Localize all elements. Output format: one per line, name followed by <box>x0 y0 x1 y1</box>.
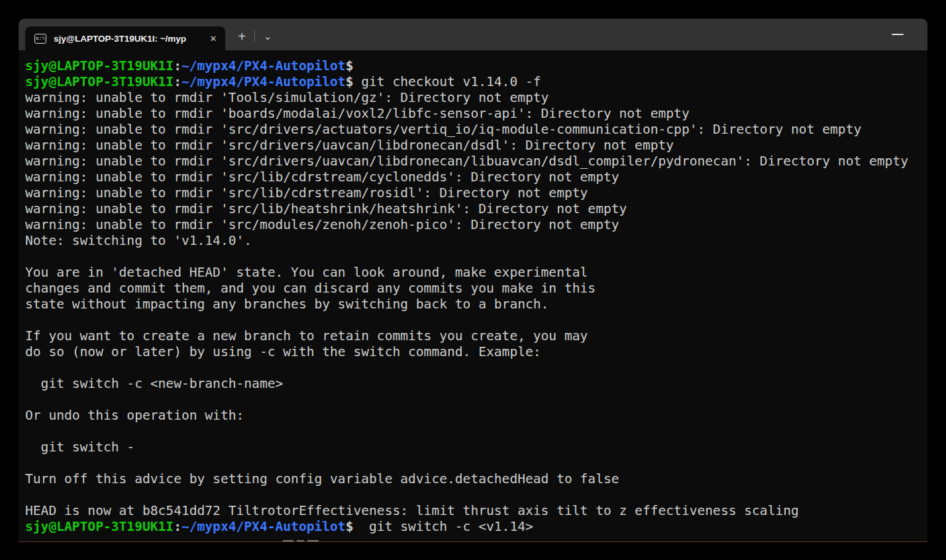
terminal-line: do so (now or later) by using -c with th… <box>25 344 927 360</box>
terminal-line <box>25 249 927 265</box>
tab-title: sjy@LAPTOP-3T19UK1I: ~/myp <box>54 34 205 44</box>
clipped-line-remnant <box>19 540 927 542</box>
terminal-line: Or undo this operation with: <box>25 408 927 424</box>
tab-strip-separator <box>254 30 255 42</box>
terminal-line: changes and commit them, and you can dis… <box>25 281 927 297</box>
terminal-line: HEAD is now at b8c541dd72 TiltrotorEffec… <box>25 503 927 519</box>
terminal-line: You are in 'detached HEAD' state. You ca… <box>25 265 927 281</box>
terminal-line <box>25 360 927 376</box>
terminal-line: If you want to create a new branch to re… <box>25 328 927 344</box>
terminal-line: warning: unable to rmdir 'src/drivers/ac… <box>25 122 927 138</box>
terminal-line: git switch - <box>25 440 927 455</box>
minimize-icon <box>892 34 904 35</box>
minimize-button[interactable] <box>882 19 913 50</box>
terminal-line: sjy@LAPTOP-3T19UK1I:~/mypx4/PX4-Autopilo… <box>25 519 927 535</box>
terminal-line: warning: unable to rmdir 'src/drivers/ua… <box>25 138 927 154</box>
terminal-line: warning: unable to rmdir 'Tools/simulati… <box>25 90 927 106</box>
terminal-line <box>25 392 927 408</box>
tab-close-icon[interactable]: ✕ <box>205 30 221 46</box>
terminal-line <box>25 424 927 440</box>
terminal-line <box>25 312 927 328</box>
command-prompt-icon: c:\ <box>34 34 46 44</box>
terminal-content[interactable]: sjy@LAPTOP-3T19UK1I:~/mypx4/PX4-Autopilo… <box>19 50 927 535</box>
terminal-line: state without impacting any branches by … <box>25 297 927 312</box>
terminal-line: warning: unable to rmdir 'src/drivers/ua… <box>25 154 927 169</box>
terminal-line: warning: unable to rmdir 'boards/modalai… <box>25 106 927 122</box>
terminal-window: c:\ sjy@LAPTOP-3T19UK1I: ~/myp ✕ + ⌄ sjy… <box>19 19 927 542</box>
terminal-tab[interactable]: c:\ sjy@LAPTOP-3T19UK1I: ~/myp ✕ <box>25 26 225 50</box>
terminal-line: git switch -c <new-branch-name> <box>25 376 927 392</box>
terminal-line: warning: unable to rmdir 'src/lib/heatsh… <box>25 201 927 217</box>
terminal-line: Turn off this advice by setting config v… <box>25 471 927 487</box>
new-tab-button[interactable]: + <box>232 26 252 46</box>
terminal-line: warning: unable to rmdir 'src/lib/cdrstr… <box>25 169 927 185</box>
terminal-line: sjy@LAPTOP-3T19UK1I:~/mypx4/PX4-Autopilo… <box>25 74 927 90</box>
terminal-line: sjy@LAPTOP-3T19UK1I:~/mypx4/PX4-Autopilo… <box>25 58 927 74</box>
terminal-line: warning: unable to rmdir 'src/lib/cdrstr… <box>25 185 927 201</box>
terminal-line <box>25 455 927 471</box>
terminal-line: warning: unable to rmdir 'src/modules/ze… <box>25 217 927 233</box>
terminal-line: Note: switching to 'v1.14.0'. <box>25 233 927 249</box>
tab-dropdown-button[interactable]: ⌄ <box>258 26 277 46</box>
terminal-line <box>25 487 927 503</box>
titlebar[interactable]: c:\ sjy@LAPTOP-3T19UK1I: ~/myp ✕ + ⌄ <box>19 19 927 50</box>
